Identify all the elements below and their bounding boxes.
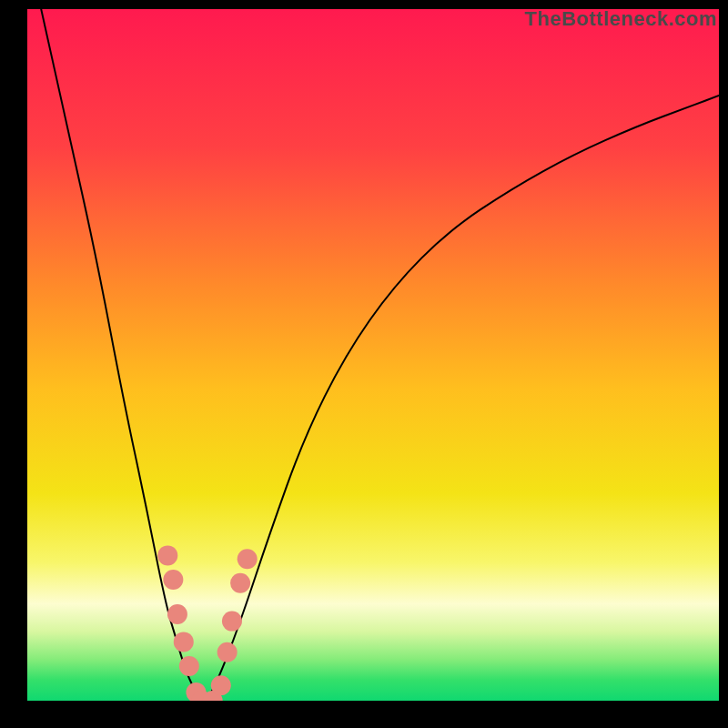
- marker-point: [222, 612, 242, 632]
- watermark-text: TheBottleneck.com: [525, 7, 717, 31]
- marker-point: [217, 642, 238, 662]
- marker-point: [157, 545, 177, 565]
- marker-point: [167, 604, 187, 624]
- marker-point: [163, 570, 183, 590]
- chart-background: [27, 9, 719, 701]
- marker-point: [211, 675, 231, 695]
- marker-point: [238, 549, 258, 569]
- marker-point: [230, 573, 250, 593]
- marker-point: [174, 632, 194, 652]
- marker-point: [179, 656, 199, 676]
- chart-frame: TheBottleneck.com: [0, 0, 728, 728]
- bottleneck-curve-chart: [27, 9, 719, 701]
